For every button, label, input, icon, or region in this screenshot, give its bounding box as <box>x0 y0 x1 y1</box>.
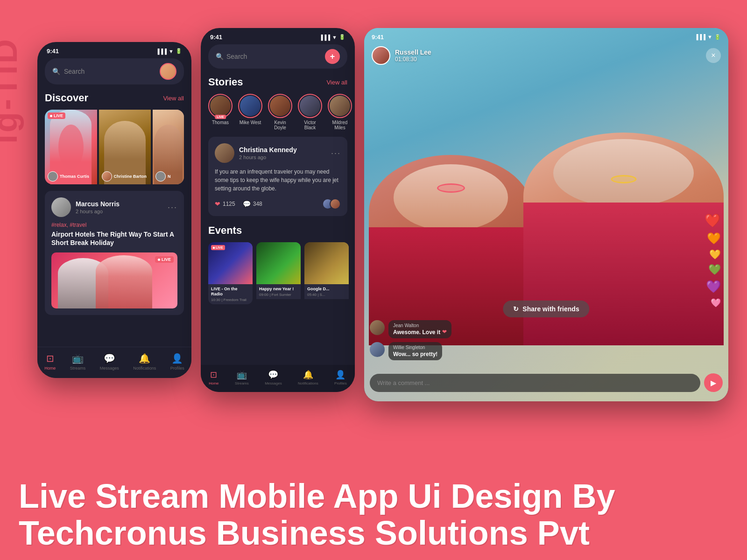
post-stats: ❤ 1125 💬 348 <box>215 198 341 210</box>
comments-count: 348 <box>253 201 262 207</box>
card-name-2: Christine Barton <box>114 174 147 179</box>
event-label-2: Happy new Year ! 09:00 | Fort Sumter <box>256 284 301 299</box>
story-mikewest[interactable]: Mike West <box>238 94 262 130</box>
story-avatar-wrap-mikewest <box>238 94 262 118</box>
events-header: Events <box>201 223 355 242</box>
stories-header: Stories View all <box>201 74 355 94</box>
messages-label: Messages <box>100 366 119 371</box>
nav2-profiles-label: Profiles <box>334 381 347 385</box>
card-avatar-1 <box>48 171 58 182</box>
event-title-2: Happy new Year ! <box>259 287 298 292</box>
hearts-container: ❤️ 🧡 💛 💚 💜 🩷 <box>705 213 721 308</box>
bottom-nav-2: ⊡ Home 📺 Streams 💬 Messages 🔔 Notificati… <box>201 365 355 392</box>
comment-input[interactable]: Write a comment ... <box>370 374 700 392</box>
comment-input-row[interactable]: Write a comment ... ▶ <box>370 373 723 392</box>
discover-grid: LIVE Thomas Curtis Christine Barton <box>45 110 184 184</box>
post-menu-dots-2[interactable]: ··· <box>331 148 341 158</box>
comment-placeholder: Write a comment ... <box>377 379 430 386</box>
comment-2: Willie Singleton Wow... so pretty! <box>370 342 723 360</box>
stories-view-all[interactable]: View all <box>326 79 347 86</box>
notifications-icon: 🔔 <box>139 353 150 364</box>
post-title: Airport Hotels The Right Way To Start A … <box>51 230 177 247</box>
phone-discover: 9:41 ▐▐▐ ▼ 🔋 🔍 Search Discover View all <box>37 42 191 378</box>
share-label: Share with friends <box>522 305 579 313</box>
event-card-2[interactable]: Happy new Year ! 09:00 | Fort Sumter <box>256 242 301 304</box>
post-body: If you are an infrequent traveler you ma… <box>215 168 341 193</box>
story-avatar-mikewest <box>240 96 261 116</box>
nav-profiles-1[interactable]: 👤 Profiles <box>170 353 184 371</box>
live-ui-overlay: 9:41 ▐▐▐ ▼ 🔋 Russell Lee 01:08:30 <box>364 28 728 401</box>
post-card-1[interactable]: Marcus Norris 2 hours ago ··· #relax, #t… <box>45 191 184 315</box>
card-name-3: N <box>168 174 171 179</box>
discover-card-3[interactable]: N <box>153 110 184 184</box>
nav-notifications-1[interactable]: 🔔 Notifications <box>133 353 156 371</box>
story-name-kevindoyle: Kevin Doyle <box>268 120 292 130</box>
story-thomas[interactable]: LIVE Thomas <box>208 94 233 130</box>
nav2-profiles[interactable]: 👤 Profiles <box>334 370 347 385</box>
nav-messages-1[interactable]: 💬 Messages <box>100 353 119 371</box>
post-avatar-marcus <box>51 197 71 217</box>
search-placeholder-1: Search <box>64 68 85 75</box>
nav-home-1[interactable]: ⊡ Home <box>44 353 56 371</box>
notifications-label: Notifications <box>133 366 156 371</box>
search-icon: 🔍 <box>52 68 60 75</box>
nav2-messages[interactable]: 💬 Messages <box>265 370 282 385</box>
host-details: Russell Lee 01:08:30 <box>395 49 431 63</box>
discover-header: Discover View all <box>37 90 191 110</box>
story-kevindoyle[interactable]: Kevin Doyle <box>268 94 292 130</box>
event-label-1: LIVE - On the Radio 10:30 | Freedom Trai… <box>208 284 253 304</box>
card-label-2: Christine Barton <box>102 171 147 182</box>
story-mildredmiles[interactable]: Mildred Miles <box>328 94 352 130</box>
nav2-home[interactable]: ⊡ Home <box>209 370 218 385</box>
nav2-notifications[interactable]: 🔔 Notifications <box>298 370 318 385</box>
nav2-notifications-icon: 🔔 <box>303 370 313 380</box>
nav2-home-icon: ⊡ <box>210 370 217 380</box>
card-name-1: Thomas Curtis <box>60 174 89 179</box>
live-background: 9:41 ▐▐▐ ▼ 🔋 Russell Lee 01:08:30 <box>364 28 728 401</box>
comment-bubble-1: Jean Walton Awesome. Love it ❤ <box>388 320 451 338</box>
heart-pink: 🩷 <box>711 298 721 308</box>
live-status-icons: ▐▐▐ ▼ 🔋 <box>695 34 721 40</box>
comment-text-1: Awesome. Love it <box>393 329 440 336</box>
story-name-victorblack: Victor Black <box>298 120 322 130</box>
share-button[interactable]: ↻ Share with friends <box>503 301 589 317</box>
heart-purple: 💜 <box>706 280 721 294</box>
stories-title: Stories <box>208 76 243 88</box>
discover-card-1[interactable]: LIVE Thomas Curtis <box>45 110 97 184</box>
close-icon[interactable]: × <box>706 48 721 63</box>
nav-streams-1[interactable]: 📺 Streams <box>70 353 86 371</box>
post-card-2[interactable]: Christina Kennedy 2 hours ago ··· If you… <box>208 137 347 216</box>
heart-icon: ❤ <box>215 200 220 208</box>
story-avatar-wrap-kevindoyle <box>268 94 292 118</box>
post-avatar-christina <box>215 143 234 163</box>
comment-avatar-2 <box>370 342 385 357</box>
comment-bubble-2: Willie Singleton Wow... so pretty! <box>388 342 442 360</box>
comments-stat: 💬 348 <box>243 200 262 208</box>
event-card-3[interactable]: Google D... 05:40 | S... <box>304 242 349 304</box>
post-menu-dots[interactable]: ··· <box>168 203 177 212</box>
post-author-name-2: Christina Kennedy <box>239 146 297 154</box>
comments-area: Jean Walton Awesome. Love it ❤ Willie Si… <box>370 320 723 364</box>
card-avatar-2 <box>102 171 112 182</box>
card-label-1: Thomas Curtis <box>48 171 89 182</box>
event-card-1[interactable]: LIVE LIVE - On the Radio 10:30 | Freedom… <box>208 242 253 304</box>
status-bar-2: 9:41 ▐▐▐ ▼ 🔋 <box>201 28 355 44</box>
heart-red: ❤️ <box>705 213 721 228</box>
send-button[interactable]: ▶ <box>704 373 723 392</box>
nav2-streams[interactable]: 📺 Streams <box>235 370 249 385</box>
main-title: Live Stream Mobile App Ui Design ByTechc… <box>19 478 728 552</box>
status-time-2: 9:41 <box>210 34 222 41</box>
heart-orange: 🧡 <box>707 232 721 245</box>
viewer-avatars <box>322 198 341 210</box>
story-avatar-wrap-thomas: LIVE <box>208 94 233 118</box>
add-button[interactable]: + <box>325 49 340 64</box>
host-info-bar: Russell Lee 01:08:30 × <box>364 44 728 65</box>
discover-view-all[interactable]: View all <box>163 95 184 102</box>
story-victorblack[interactable]: Victor Black <box>298 94 322 130</box>
event-label-3: Google D... 05:40 | S... <box>304 284 349 299</box>
user-avatar-search <box>160 63 176 80</box>
search-bar-2[interactable]: 🔍 Search + <box>208 44 347 69</box>
close-button[interactable]: × <box>706 48 721 63</box>
discover-card-2[interactable]: Christine Barton <box>99 110 151 184</box>
search-bar-1[interactable]: 🔍 Search <box>45 58 184 84</box>
